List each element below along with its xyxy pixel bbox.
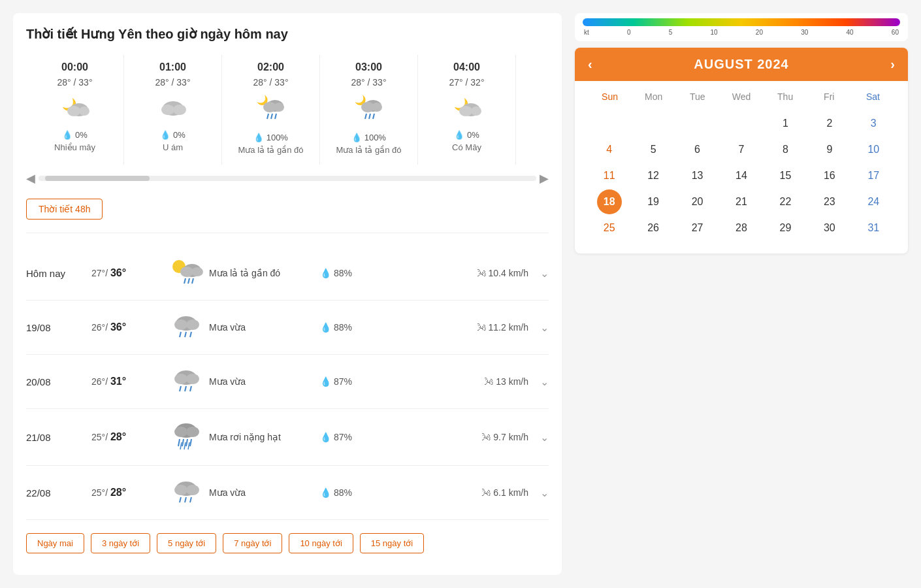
- cal-day[interactable]: 29: [773, 216, 798, 240]
- right-panel: kt051020304060 ‹ AUGUST 2024 › SunMonTue…: [575, 13, 908, 575]
- svg-point-46: [186, 427, 199, 437]
- cal-day[interactable]: 13: [685, 163, 710, 188]
- cal-weekday: Sun: [588, 88, 632, 106]
- scroll-bar-row: ◀ ▶: [26, 171, 549, 186]
- daily-row[interactable]: 19/08 26°/ 36° Mưa vừa 💧 88% 🌬 11.2 km/h…: [26, 301, 549, 355]
- hourly-item[interactable]: 04:00 27° / 32° 🌙 💧 0% Có Mây: [418, 55, 516, 165]
- hourly-item[interactable]: 02:00 28° / 33° 🌙 💧 100% Mưa lả tả gần đ…: [222, 55, 320, 165]
- cal-day[interactable]: 23: [817, 189, 842, 214]
- forecast-button[interactable]: 10 ngày tới: [289, 533, 353, 553]
- hourly-item[interactable]: 01:00 28° / 33° 💧 0% U ám: [124, 55, 222, 165]
- cal-day[interactable]: 19: [641, 189, 666, 214]
- hourly-item[interactable]: 03:00 28° / 33° 🌙 💧 100% Mưa lả tả gần đ…: [320, 55, 418, 165]
- hourly-item[interactable]: 00:00 28° / 33° 🌙 💧 0% Nhiều mây: [26, 55, 124, 165]
- cal-day[interactable]: 12: [641, 163, 666, 188]
- daily-icon: [170, 365, 202, 399]
- cal-day[interactable]: 3: [861, 111, 886, 136]
- calendar-body: SunMonTueWedThuFriSat 123456789101112131…: [575, 81, 908, 253]
- cal-day[interactable]: 7: [729, 137, 754, 162]
- hourly-desc: U ám: [134, 142, 212, 152]
- forecast-button[interactable]: Ngày mai: [26, 533, 84, 553]
- daily-precip: 💧 88%: [320, 268, 372, 278]
- cal-day[interactable]: 28: [729, 216, 754, 240]
- cal-day[interactable]: 27: [685, 216, 710, 240]
- daily-row[interactable]: 20/08 26°/ 31° Mưa vừa 💧 87% 🌬 13 km/h ⌄: [26, 355, 549, 409]
- svg-line-43: [190, 386, 191, 391]
- forecast-button[interactable]: 3 ngày tới: [91, 533, 150, 553]
- daily-desc: Mưa rơi nặng hạt: [209, 432, 314, 442]
- forecast-button[interactable]: 7 ngày tới: [223, 533, 282, 553]
- hourly-temp: 28° / 33°: [134, 77, 212, 88]
- svg-line-29: [184, 278, 186, 284]
- daily-chevron[interactable]: ⌄: [540, 376, 549, 388]
- daily-chevron[interactable]: ⌄: [540, 267, 549, 280]
- cal-day[interactable]: 1: [773, 111, 798, 136]
- svg-line-31: [192, 278, 193, 284]
- hourly-temp: 28° / 33°: [36, 77, 114, 88]
- daily-chevron[interactable]: ⌄: [540, 321, 549, 334]
- hourly-icon: 🌙: [255, 93, 287, 127]
- scroll-right-arrow[interactable]: ▶: [540, 171, 549, 186]
- hourly-temp: 27° / 32°: [428, 77, 506, 88]
- svg-line-52: [184, 442, 186, 449]
- btn-48h[interactable]: Thời tiết 48h: [26, 199, 103, 220]
- svg-line-13: [275, 114, 276, 119]
- hourly-desc: Có Mây: [428, 142, 506, 152]
- cal-day[interactable]: 22: [773, 189, 798, 214]
- daily-date: 21/08: [26, 432, 85, 443]
- svg-line-41: [180, 386, 181, 391]
- cal-day[interactable]: 4: [597, 137, 622, 162]
- daily-row[interactable]: 21/08 25°/ 28° Mưa rơi nặng hạt 💧 87% 🌬 …: [26, 409, 549, 466]
- cal-day[interactable]: 24: [861, 189, 886, 214]
- daily-desc: Mưa vừa: [209, 487, 314, 498]
- cal-day-empty: [641, 111, 666, 136]
- hourly-time: 00:00: [36, 61, 114, 73]
- cal-day[interactable]: 6: [685, 137, 710, 162]
- svg-line-57: [180, 497, 181, 502]
- calendar: ‹ AUGUST 2024 › SunMonTueWedThuFriSat 12…: [575, 48, 908, 253]
- cal-next-button[interactable]: ›: [890, 57, 895, 72]
- hourly-precip: 💧 0%: [428, 130, 506, 140]
- daily-date: Hôm nay: [26, 268, 85, 279]
- cal-day[interactable]: 16: [817, 163, 842, 188]
- cal-day[interactable]: 5: [641, 137, 666, 162]
- cal-day[interactable]: 30: [817, 216, 842, 240]
- cal-day[interactable]: 17: [861, 163, 886, 188]
- cal-day[interactable]: 31: [861, 216, 886, 240]
- cal-day[interactable]: 15: [773, 163, 798, 188]
- daily-temp: 25°/ 28°: [91, 431, 163, 443]
- forecast-button[interactable]: 5 ngày tới: [157, 533, 216, 553]
- cal-day[interactable]: 20: [685, 189, 710, 214]
- svg-line-51: [180, 442, 182, 449]
- hourly-container[interactable]: 00:00 28° / 33° 🌙 💧 0% Nhiều mây 01:00 2…: [26, 55, 549, 165]
- cal-day[interactable]: 2: [817, 111, 842, 136]
- cal-day[interactable]: 11: [597, 163, 622, 188]
- svg-line-30: [188, 278, 189, 284]
- hourly-temp: 28° / 33°: [232, 77, 310, 88]
- cal-day[interactable]: 21: [729, 189, 754, 214]
- svg-line-18: [365, 114, 366, 119]
- svg-line-48: [182, 439, 184, 446]
- forecast-button[interactable]: 15 ngày tới: [360, 533, 424, 553]
- scroll-left-arrow[interactable]: ◀: [26, 171, 35, 186]
- cal-day[interactable]: 10: [861, 137, 886, 162]
- uv-label: kt: [584, 29, 589, 36]
- svg-point-6: [173, 105, 186, 115]
- daily-chevron[interactable]: ⌄: [540, 487, 549, 499]
- svg-line-50: [190, 439, 191, 446]
- svg-line-11: [267, 114, 268, 119]
- cal-day[interactable]: 8: [773, 137, 798, 162]
- daily-chevron[interactable]: ⌄: [540, 431, 549, 444]
- cal-day[interactable]: 9: [817, 137, 842, 162]
- daily-date: 22/08: [26, 487, 85, 498]
- cal-day[interactable]: 26: [641, 216, 666, 240]
- daily-row[interactable]: Hôm nay 27°/ 36° Mưa lả tả gần đó 💧 88% …: [26, 246, 549, 301]
- cal-day[interactable]: 14: [729, 163, 754, 188]
- svg-point-56: [186, 485, 199, 495]
- svg-point-33: [174, 319, 187, 330]
- cal-day[interactable]: 25: [597, 216, 622, 240]
- scroll-track[interactable]: [39, 176, 536, 181]
- daily-row[interactable]: 22/08 25°/ 28° Mưa vừa 💧 88% 🌬 6.1 km/h …: [26, 466, 549, 520]
- cal-prev-button[interactable]: ‹: [588, 57, 592, 72]
- cal-day-today[interactable]: 18: [597, 189, 622, 214]
